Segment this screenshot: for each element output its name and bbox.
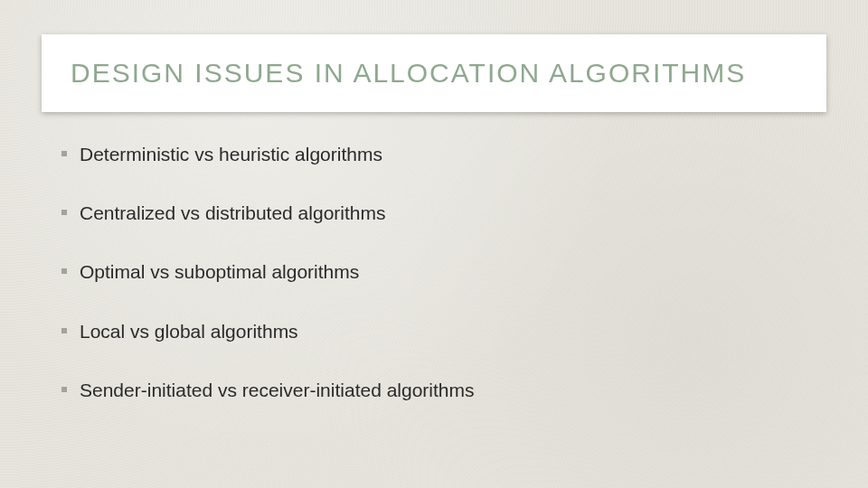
list-item: Centralized vs distributed algorithms — [61, 202, 807, 224]
bullet-text: Sender-initiated vs receiver-initiated a… — [80, 379, 475, 401]
bullet-icon — [61, 268, 67, 274]
list-item: Optimal vs suboptimal algorithms — [61, 260, 807, 283]
slide-title: DESIGN ISSUES IN ALLOCATION ALGORITHMS — [71, 58, 746, 89]
slide-content: Deterministic vs heuristic algorithms Ce… — [61, 143, 807, 437]
list-item: Local vs global algorithms — [61, 320, 807, 343]
bullet-text: Optimal vs suboptimal algorithms — [80, 260, 359, 283]
bullet-icon — [61, 151, 67, 156]
slide-background: DESIGN ISSUES IN ALLOCATION ALGORITHMS D… — [0, 0, 868, 488]
bullet-icon — [61, 387, 67, 392]
title-box: DESIGN ISSUES IN ALLOCATION ALGORITHMS — [42, 34, 826, 112]
bullet-text: Centralized vs distributed algorithms — [80, 202, 385, 224]
bullet-text: Deterministic vs heuristic algorithms — [80, 143, 382, 165]
bullet-icon — [61, 328, 67, 333]
bullet-icon — [61, 210, 67, 215]
bullet-text: Local vs global algorithms — [80, 320, 298, 343]
list-item: Deterministic vs heuristic algorithms — [61, 143, 807, 165]
list-item: Sender-initiated vs receiver-initiated a… — [61, 379, 807, 401]
